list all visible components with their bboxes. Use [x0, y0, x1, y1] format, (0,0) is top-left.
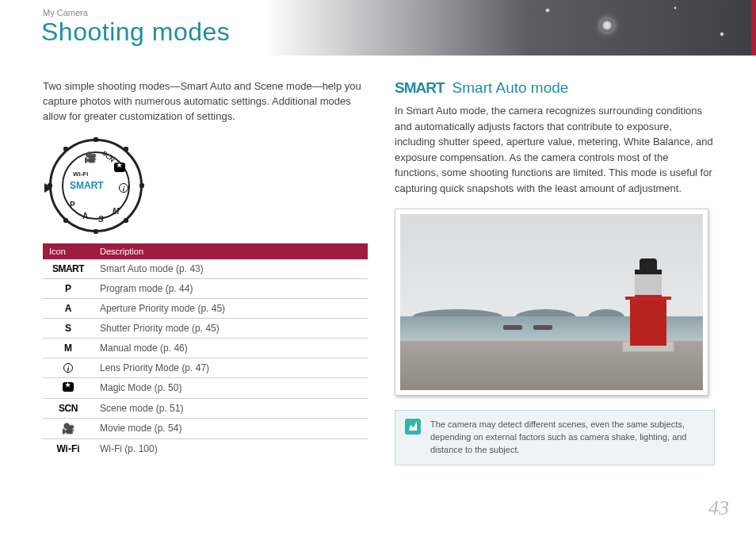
mode-icon-cell: M	[43, 338, 94, 358]
scene-mode-label: SCN	[59, 403, 78, 414]
note-icon	[405, 419, 421, 435]
dial-notch-icon	[63, 218, 68, 223]
mode-icon-cell: i	[43, 358, 94, 377]
mode-icon-cell	[43, 377, 94, 398]
mode-icon-cell: SMART	[43, 259, 94, 279]
mode-description-cell: Wi-Fi (p. 100)	[94, 438, 368, 458]
mode-description-cell: Manual mode (p. 46)	[94, 338, 368, 358]
mode-icon-cell: P	[43, 278, 94, 298]
manual-page: My Camera Shooting modes Two simple shoo…	[0, 0, 756, 536]
intro-text: Two simple shooting modes—Smart Auto and…	[43, 79, 368, 124]
breadcrumb: My Camera	[43, 8, 88, 17]
dial-notch-icon	[94, 137, 98, 142]
sample-photo-lighthouse	[400, 214, 703, 390]
dial-i-icon: i	[119, 183, 128, 193]
dial-star-icon	[114, 163, 125, 174]
photo-lighthouse-tower	[630, 298, 666, 346]
table-row: SMARTSmart Auto mode (p. 43)	[43, 259, 368, 279]
dial-notch-icon	[124, 218, 128, 223]
sample-photo-frame	[395, 209, 708, 396]
sparkle-icon	[674, 6, 677, 10]
mode-description-cell: Magic Mode (p. 50)	[94, 377, 368, 398]
mode-icon-cell: Wi-Fi	[43, 438, 94, 458]
mode-icon-cell: SCN	[43, 398, 94, 418]
sparkle-icon	[720, 32, 724, 36]
smart-mode-label: SMART	[52, 263, 84, 274]
section-body: In Smart Auto mode, the camera recognize…	[395, 103, 715, 196]
table-row: SCNScene mode (p. 51)	[43, 398, 368, 418]
dial-movie-icon: 🎥	[84, 151, 97, 163]
dial-label-p: P	[70, 201, 75, 209]
mode-description-cell: Shutter Priority mode (p. 45)	[94, 318, 368, 338]
lens-priority-icon: i	[63, 363, 73, 373]
table-row: iLens Priority Mode (p. 47)	[43, 358, 368, 377]
table-row: Wi-FiWi-Fi (p. 100)	[43, 438, 368, 458]
table-row: Magic Mode (p. 50)	[43, 377, 368, 398]
dial-label-smart: SMART	[70, 180, 104, 191]
mode-description-cell: Scene mode (p. 51)	[94, 398, 368, 418]
mode-description-cell: Program mode (p. 44)	[94, 278, 368, 298]
section-heading: SMART Smart Auto mode	[395, 79, 715, 97]
sparkle-icon	[601, 19, 613, 32]
dial-notch-icon	[48, 183, 52, 188]
table-row: SShutter Priority mode (p. 45)	[43, 318, 368, 338]
magic-mode-icon	[63, 382, 74, 392]
mode-dial-illustration: Wi-Fi SMART P A S M SCN i 🎥	[49, 139, 143, 232]
modes-table: Icon Description SMARTSmart Auto mode (p…	[43, 243, 368, 458]
movie-mode-icon: 🎥	[62, 423, 74, 435]
section-title-text: Smart Auto mode	[452, 79, 569, 97]
photo-boat	[503, 325, 522, 330]
mode-icon-cell: 🎥	[43, 418, 94, 438]
dial-notch-icon	[124, 147, 128, 151]
photo-lighthouse-lamp	[635, 270, 662, 298]
table-row: PProgram mode (p. 44)	[43, 278, 368, 298]
dial-label-m: M	[113, 207, 119, 216]
table-header-row: Icon Description	[43, 243, 368, 259]
left-column: Two simple shooting modes—Smart Auto and…	[43, 79, 368, 458]
table-row: 🎥Movie mode (p. 54)	[43, 418, 368, 438]
note-callout: The camera may detect different scenes, …	[395, 410, 715, 465]
mode-description-cell: Aperture Priority mode (p. 45)	[94, 298, 368, 318]
th-description: Description	[94, 243, 368, 259]
mode-description-cell: Smart Auto mode (p. 43)	[94, 259, 368, 279]
dial-notch-icon	[94, 229, 98, 234]
mode-icon-cell: A	[43, 298, 94, 318]
table-row: MManual mode (p. 46)	[43, 338, 368, 358]
photo-boat	[533, 325, 552, 330]
right-column: SMART Smart Auto mode In Smart Auto mode…	[395, 79, 715, 465]
page-title: Shooting modes	[41, 17, 230, 47]
dial-notch-icon	[139, 183, 144, 188]
mode-icon-cell: S	[43, 318, 94, 338]
dial-label-a: A	[82, 212, 88, 220]
mode-description-cell: Lens Priority Mode (p. 47)	[94, 358, 368, 377]
wifi-mode-label: Wi-Fi	[56, 443, 79, 454]
dial-label-s: S	[98, 215, 104, 224]
dial-notch-icon	[63, 147, 68, 151]
page-number: 43	[708, 496, 729, 520]
smart-wordmark-icon: SMART	[395, 79, 445, 97]
modes-tbody: SMARTSmart Auto mode (p. 43)PProgram mod…	[43, 259, 368, 458]
table-row: AAperture Priority mode (p. 45)	[43, 298, 368, 318]
sparkle-icon	[545, 8, 550, 13]
dial-label-wifi: Wi-Fi	[73, 170, 88, 178]
mode-description-cell: Movie mode (p. 54)	[94, 418, 368, 438]
photo-lighthouse-cap	[640, 258, 657, 270]
note-text: The camera may detect different scenes, …	[430, 419, 704, 457]
th-icon: Icon	[43, 243, 94, 259]
